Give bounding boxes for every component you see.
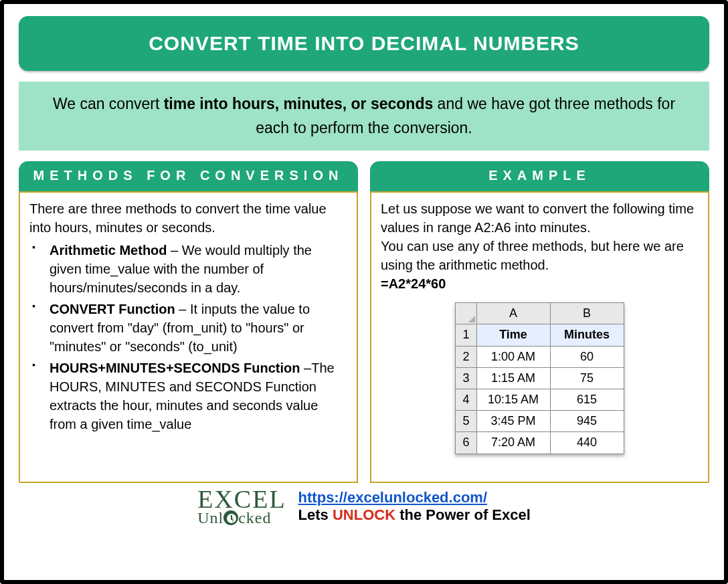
method-name: HOURS+MINUTES+SECONDS Function [50,361,300,375]
methods-list: Arithmetic Method – We would multiply th… [29,241,347,433]
cell-minutes: 75 [550,367,624,389]
table-row: 6 7:20 AM 440 [456,432,624,454]
tagline-unlock: UNLOCK [333,506,395,523]
footer-link[interactable]: https://excelunlocked.com/ [298,489,487,506]
tagline-pre: Lets [298,506,333,523]
example-p2: You can use any of three methods, but he… [381,237,699,274]
cell-time: 1:00 AM [476,346,550,367]
method-item: HOURS+MINUTES+SECONDS Function –The HOUR… [47,359,347,433]
row-number: 1 [456,324,476,346]
data-header: Time [476,324,550,346]
method-name: CONVERT Function [50,302,175,316]
table-row: 5 3:45 PM 945 [456,411,624,432]
page: CONVERT TIME INTO DECIMAL NUMBERS We can… [0,0,728,584]
cell-time: 7:20 AM [476,432,550,454]
tagline-post: the Power of Excel [395,506,531,523]
methods-body: There are three methods to convert the t… [19,191,358,483]
methods-column: METHODS FOR CONVERSION There are three m… [19,161,358,483]
cell-minutes: 60 [550,346,624,367]
col-letter: B [550,303,624,324]
example-header: EXAMPLE [370,161,709,191]
table-row: 3 1:15 AM 75 [456,367,624,389]
logo-pre: Unl [197,509,223,526]
methods-header: METHODS FOR CONVERSION [19,161,358,191]
table-row: 2 1:00 AM 60 [456,346,624,367]
example-column: EXAMPLE Let us suppose we want to conver… [370,161,709,483]
method-sep: – [300,361,311,375]
intro-bold: time into hours, minutes, or seconds [164,95,434,112]
table-row: A B [456,303,624,324]
example-p1: Let us suppose we want to convert the fo… [381,199,699,237]
cell-minutes: 945 [550,411,624,432]
example-formula: =A2*24*60 [381,274,699,293]
columns: METHODS FOR CONVERSION There are three m… [19,161,709,483]
cell-minutes: 440 [550,432,624,454]
method-item: CONVERT Function – It inputs the value t… [47,300,347,356]
example-table: A B 1 Time Minutes 2 1:00 AM 60 3 [455,302,624,454]
cell-time: 10:15 AM [476,389,550,411]
logo-post: cked [238,509,271,526]
intro-pre: We can convert [53,95,164,112]
method-name: Arithmetic Method [50,243,167,258]
method-sep: – [175,302,190,316]
cell-minutes: 615 [550,389,624,411]
row-number: 3 [456,367,476,389]
page-title: CONVERT TIME INTO DECIMAL NUMBERS [19,16,709,71]
intro-banner: We can convert time into hours, minutes,… [19,82,709,151]
row-number: 4 [456,389,476,411]
row-number: 6 [456,432,476,454]
row-number: 5 [456,411,476,432]
clock-icon [223,510,238,525]
logo-line1: EXCEL [197,488,286,510]
method-item: Arithmetic Method – We would multiply th… [47,241,347,297]
footer-text: https://excelunlocked.com/ Lets UNLOCK t… [298,489,531,524]
col-letter: A [476,303,550,324]
methods-lead: There are three methods to convert the t… [29,199,347,237]
row-number: 2 [456,346,476,367]
data-header: Minutes [550,324,624,346]
cell-time: 1:15 AM [476,367,550,389]
table-row: 4 10:15 AM 615 [456,389,624,411]
method-sep: – [167,243,182,258]
table-row: 1 Time Minutes [456,324,624,346]
table-corner [456,303,476,324]
brand-logo: EXCEL Unlcked [197,488,286,524]
footer: EXCEL Unlcked https://excelunlocked.com/… [19,488,709,524]
cell-time: 3:45 PM [476,411,550,432]
example-body: Let us suppose we want to convert the fo… [370,191,709,483]
